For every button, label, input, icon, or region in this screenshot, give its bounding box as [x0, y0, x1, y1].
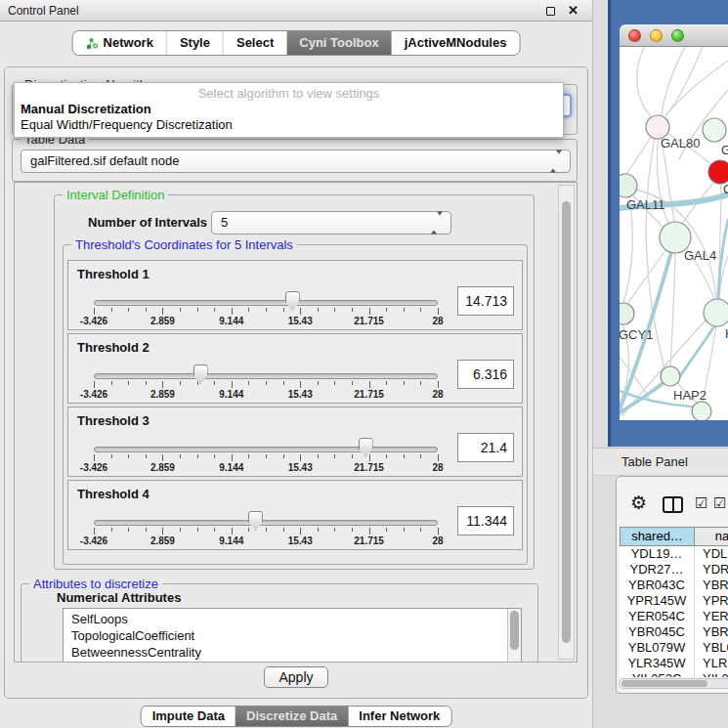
thresholds-coordinates-group: Threshold's Coordinates for 5 Intervals …	[63, 244, 528, 565]
cell-name[interactable]: YDL1	[695, 546, 728, 562]
column-header-name[interactable]: name	[695, 527, 728, 546]
algorithm-placeholder-option[interactable]: Select algorithm to view settings	[15, 86, 563, 102]
algorithm-dropdown-popup: Select algorithm to view settings Manual…	[14, 82, 564, 138]
close-traffic-light-icon[interactable]	[628, 29, 641, 42]
attribute-list-item[interactable]: BetweennessCentrality	[64, 644, 521, 661]
settings-vertical-scrollbar[interactable]	[558, 185, 575, 660]
cell-name[interactable]: YBR0	[695, 624, 728, 640]
table-row[interactable]: YBR045CYBR0	[620, 624, 728, 640]
table-row[interactable]: YBL079WYBL0	[620, 640, 728, 656]
slider-track[interactable]	[94, 520, 438, 526]
threshold-slider[interactable]: -3.4262.8599.14415.4321.71528	[68, 261, 522, 329]
slider-track[interactable]	[94, 373, 438, 379]
cell-name[interactable]: YLR3	[695, 656, 728, 671]
cell-shared-name[interactable]: YBR045C	[620, 624, 695, 640]
tab-cyni-toolbox[interactable]: Cyni Toolbox	[286, 31, 391, 55]
scrollbar-thumb[interactable]	[621, 680, 707, 687]
minimize-traffic-light-icon[interactable]	[650, 29, 663, 42]
checkbox-icon[interactable]: ☑	[713, 494, 726, 512]
slider-track[interactable]	[94, 300, 438, 306]
algorithm-option-manual-discretization[interactable]: Manual Discretization	[15, 102, 563, 117]
numerical-attributes-list[interactable]: SelfLoopsTopologicalCoefficientBetweenne…	[63, 608, 522, 663]
number-of-intervals-combobox[interactable]: 5	[211, 211, 451, 235]
close-icon[interactable]: ✕	[568, 0, 578, 21]
tab-discretize-data[interactable]: Discretize Data	[236, 707, 348, 726]
float-window-icon[interactable]	[546, 7, 555, 16]
threshold-value-field[interactable]: 6.316	[457, 360, 514, 389]
column-header-shared-name[interactable]: shared…	[620, 527, 695, 546]
attributes-list-scrollbar[interactable]	[507, 609, 521, 663]
table-row[interactable]: YLR345WYLR3	[620, 656, 728, 671]
node-hap2[interactable]	[661, 366, 680, 386]
cell-shared-name[interactable]: YBL079W	[620, 640, 695, 656]
apply-button[interactable]: Apply	[264, 666, 328, 688]
algorithm-option-equal-width-frequency[interactable]: Equal Width/Frequency Discretization	[15, 117, 563, 133]
cell-shared-name[interactable]: YBR043C	[620, 578, 695, 593]
cell-shared-name[interactable]: YPR145W	[620, 593, 695, 609]
split-columns-icon[interactable]	[663, 496, 683, 513]
tab-infer-network[interactable]: Infer Network	[348, 707, 450, 726]
cell-shared-name[interactable]: YDL19…	[620, 546, 695, 562]
cell-name[interactable]: YIL0	[695, 671, 728, 677]
table-data-combobox[interactable]: galFiltered.sif default node	[21, 150, 571, 173]
slider-track[interactable]	[94, 447, 438, 452]
node-red[interactable]	[708, 160, 728, 184]
table-row[interactable]: YER054CYER0	[620, 609, 728, 624]
node-gal4-label: GAL4	[684, 248, 716, 263]
threshold-slider[interactable]: -3.4262.8599.14415.4321.71528	[68, 407, 522, 476]
cell-name[interactable]: YBR0	[695, 578, 728, 593]
tab-network[interactable]: Network	[73, 31, 166, 55]
cell-shared-name[interactable]: YIL052C	[620, 671, 695, 677]
network-canvas[interactable]: GAL80GACGAL11GAL4GCY1HHAP2	[620, 47, 728, 420]
tab-impute-data[interactable]: Impute Data	[142, 707, 236, 726]
table-panel: ⚙ ☑ ☑ shared… name YDL19…YDL1YDR27…YDR2Y…	[616, 476, 728, 694]
scrollbar-thumb[interactable]	[510, 611, 519, 650]
slider-tick	[386, 308, 387, 312]
cell-shared-name[interactable]: YER054C	[620, 609, 695, 624]
cell-name[interactable]: YDR2	[695, 562, 728, 578]
attribute-list-item[interactable]: SelfLoops	[64, 611, 521, 627]
control-panel-titlebar[interactable]: Control Panel ✕	[0, 0, 592, 21]
slider-tick-label: 15.43	[288, 316, 313, 326]
network-window-titlebar[interactable]	[620, 24, 728, 47]
table-row[interactable]: YBR043CYBR0	[620, 578, 728, 593]
attribute-list-item[interactable]: TopologicalCoefficient	[64, 627, 521, 644]
node-bottom[interactable]	[692, 402, 711, 420]
node-gal11[interactable]	[620, 174, 637, 197]
threshold-slider[interactable]: -3.4262.8599.14415.4321.71528	[68, 481, 522, 549]
cell-name[interactable]: YBL0	[695, 640, 728, 656]
right-dock: GAL80GACGAL11GAL4GCY1HHAP2 Table Panel ⚙…	[593, 0, 728, 728]
table-row[interactable]: YDL19…YDL1	[620, 546, 728, 562]
cell-shared-name[interactable]: YLR345W	[620, 656, 695, 671]
scrollbar-thumb[interactable]	[562, 201, 571, 643]
cell-name[interactable]: YER0	[695, 609, 728, 624]
table-data-group: Table Data galFiltered.sif default node	[12, 139, 578, 182]
table-row[interactable]: YDR27…YDR2	[620, 562, 728, 578]
table-row[interactable]: YIL052CYIL0	[620, 671, 728, 677]
zoom-traffic-light-icon[interactable]	[671, 29, 684, 42]
top-tab-bar: Network Style Select Cyni Toolbox jActiv…	[72, 30, 521, 56]
slider-tick	[232, 308, 233, 315]
threshold-value-field[interactable]: 21.4	[457, 433, 514, 462]
table-panel-titlebar[interactable]: Table Panel	[593, 448, 728, 476]
slider-tick	[420, 528, 421, 532]
node-h-right[interactable]	[704, 299, 728, 326]
slider-tick	[420, 454, 421, 458]
node-gal-right[interactable]	[703, 118, 726, 142]
tab-style[interactable]: Style	[166, 31, 223, 55]
tab-select[interactable]: Select	[223, 31, 286, 55]
threshold-value-field[interactable]: 11.344	[457, 506, 514, 535]
slider-tick	[266, 454, 267, 458]
table-row[interactable]: YPR145WYPR1	[620, 593, 728, 609]
checkbox-icon[interactable]: ☑	[695, 494, 707, 512]
cell-shared-name[interactable]: YDR27…	[620, 562, 695, 578]
slider-tick	[111, 454, 112, 458]
tab-jactivemnodules[interactable]: jActiveMNodules	[392, 31, 520, 55]
gear-icon[interactable]: ⚙	[630, 492, 647, 514]
cell-name[interactable]: YPR1	[695, 593, 728, 609]
slider-tick	[232, 454, 233, 461]
table-horizontal-scrollbar[interactable]	[619, 678, 728, 689]
threshold-slider[interactable]: -3.4262.8599.14415.4321.71528	[68, 334, 522, 403]
node-gcy1[interactable]	[620, 303, 634, 324]
threshold-value-field[interactable]: 14.713	[457, 286, 514, 316]
